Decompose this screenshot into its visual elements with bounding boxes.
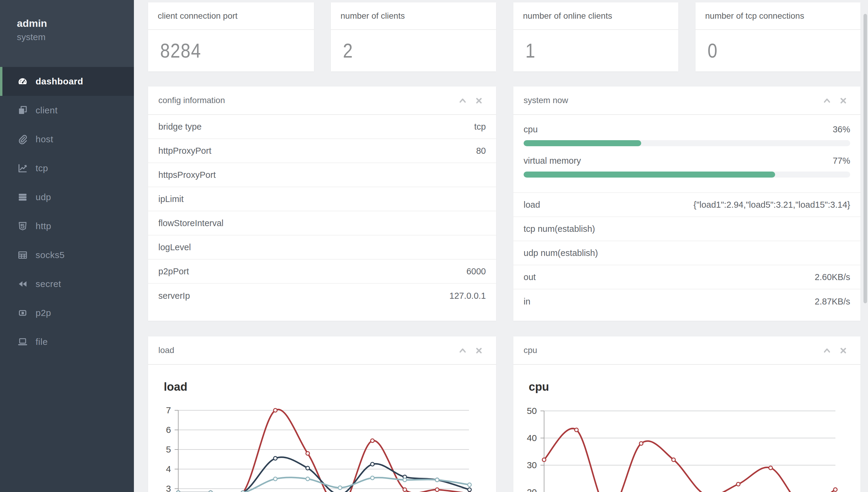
system-row: out 2.60KB/s [513, 265, 861, 289]
row-value: 80 [476, 146, 486, 156]
collapse-button[interactable] [458, 96, 467, 105]
rewind-icon [18, 279, 28, 289]
sidebar-item-label: http [35, 221, 51, 231]
sidebar-item-client[interactable]: client [0, 96, 134, 125]
load-chart: 76543 [148, 365, 496, 492]
laptop-icon [18, 337, 28, 347]
server-stack-icon [18, 192, 28, 202]
collapse-button[interactable] [822, 346, 831, 355]
sidebar-menu: dashboard client host tcp udp http socks… [0, 67, 134, 356]
sidebar-item-dashboard[interactable]: dashboard [0, 67, 134, 96]
close-button[interactable] [475, 346, 483, 355]
close-icon [475, 346, 483, 355]
gauge-label: virtual memory [524, 156, 581, 166]
system-row: udp num(establish) [513, 241, 861, 265]
panel-title: load [158, 345, 174, 355]
panel-header: system now [513, 87, 861, 115]
panel-header-icons [822, 87, 848, 115]
user-role: system [17, 32, 46, 42]
svg-text:7: 7 [166, 405, 171, 415]
system-row: tcp num(establish) [513, 217, 861, 241]
row-key: httpProxyPort [158, 146, 211, 156]
sidebar-item-label: client [35, 105, 57, 116]
config-row: bridge type tcp [148, 115, 496, 139]
row-key: udp num(establish) [524, 248, 598, 258]
sidebar-item-udp[interactable]: udp [0, 183, 134, 212]
panel-header-icons [822, 337, 848, 365]
panel-header: config information [148, 87, 496, 115]
stat-value: 0 [707, 39, 718, 62]
config-row: p2pPort 6000 [148, 260, 496, 284]
config-row: serverIp 127.0.0.1 [148, 284, 496, 308]
row-key: ipLimit [158, 194, 184, 204]
row-key: in [524, 297, 531, 306]
table-grid-icon [18, 250, 28, 260]
sidebar-item-label: dashboard [35, 76, 83, 87]
row-value: tcp [474, 122, 486, 132]
sidebar-user-block: admin system [0, 0, 134, 67]
stat-label: client connection port [158, 11, 238, 21]
gauge-percent: 77% [833, 156, 850, 166]
sidebar-item-label: socks5 [35, 250, 65, 260]
sidebar: admin system dashboard client host tcp u… [0, 0, 134, 492]
row-key: tcp num(establish) [524, 224, 595, 234]
system-row: load {"load1":2.94,"load5":3.21,"load15"… [513, 193, 861, 217]
row-value: 2.87KB/s [815, 297, 850, 306]
gauge-label: cpu [524, 124, 538, 134]
svg-text:50: 50 [527, 406, 537, 416]
gauge-track [524, 172, 850, 177]
panel-header-icons [458, 337, 483, 365]
scrollbar-thumb[interactable] [864, 14, 867, 303]
stat-card: client connection port 8284 [148, 2, 314, 71]
chevron-up-icon [822, 96, 831, 105]
html5-shield-icon [18, 221, 28, 231]
sidebar-item-tcp[interactable]: tcp [0, 154, 134, 183]
stat-value: 2 [343, 39, 353, 62]
chevron-up-icon [458, 346, 467, 355]
stat-label: number of tcp connections [705, 11, 804, 21]
row-key: load [524, 200, 540, 210]
stat-label: number of clients [340, 11, 405, 21]
chevron-up-icon [822, 346, 831, 355]
sidebar-item-file[interactable]: file [0, 327, 134, 356]
sidebar-item-label: p2p [35, 308, 51, 318]
dashboard-page: admin system dashboard client host tcp u… [0, 0, 868, 492]
config-row: httpProxyPort 80 [148, 139, 496, 163]
system-rows: load {"load1":2.94,"load5":3.21,"load15"… [513, 193, 861, 314]
close-button[interactable] [839, 346, 848, 355]
system-row: in 2.87KB/s [513, 289, 861, 314]
stat-card: number of online clients 1 [513, 2, 678, 71]
sidebar-item-p2p[interactable]: p2p [0, 298, 134, 327]
config-row: logLevel [148, 236, 496, 260]
config-row: httpsProxyPort [148, 163, 496, 187]
svg-text:4: 4 [166, 464, 171, 474]
close-button[interactable] [839, 96, 848, 105]
panel-header-icons [458, 87, 483, 115]
close-icon [839, 346, 848, 355]
chevron-up-icon [458, 96, 467, 105]
stat-label: number of online clients [523, 11, 612, 21]
row-value: {"load1":2.94,"load5":3.21,"load15":3.14… [693, 200, 850, 210]
gauge-percent: 36% [833, 124, 850, 134]
sidebar-item-socks5[interactable]: socks5 [0, 241, 134, 270]
panel-config-information: config information bridge type tcp httpP… [148, 87, 496, 321]
collapse-button[interactable] [822, 96, 831, 105]
cpu-chart: 50403020 [513, 365, 861, 492]
svg-text:30: 30 [527, 460, 537, 470]
row-key: logLevel [158, 242, 191, 252]
gauge-virtual-memory: virtual memory 77% [524, 146, 850, 177]
gauge-cpu: cpu 36% [524, 115, 850, 146]
p2p-badge-icon [18, 308, 28, 318]
config-row: ipLimit [148, 187, 496, 211]
close-button[interactable] [475, 96, 483, 105]
gauge-fill [524, 140, 641, 146]
row-value: 2.60KB/s [815, 272, 850, 282]
sidebar-item-host[interactable]: host [0, 125, 134, 154]
row-key: out [524, 272, 536, 282]
collapse-button[interactable] [458, 346, 467, 355]
sidebar-item-http[interactable]: http [0, 212, 134, 241]
sidebar-item-secret[interactable]: secret [0, 270, 134, 298]
config-row: flowStoreInterval [148, 211, 496, 236]
sidebar-item-label: file [35, 337, 48, 347]
row-key: serverIp [158, 291, 190, 301]
